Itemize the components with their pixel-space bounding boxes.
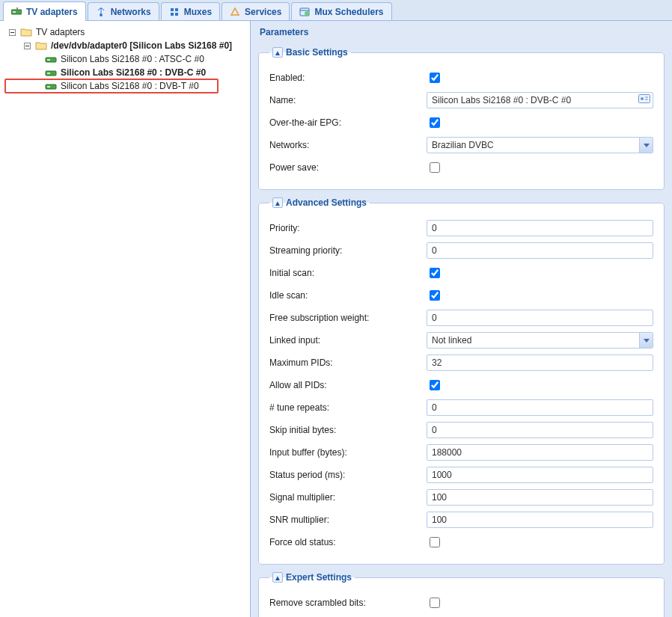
label-networks: Networks: xyxy=(269,140,427,150)
tab-mux-schedulers[interactable]: Mux Schedulers xyxy=(291,2,391,20)
folder-open-icon xyxy=(20,27,32,37)
combo-linked-input[interactable] xyxy=(427,332,653,349)
label-skip-initial-bytes: Skip initial bytes: xyxy=(269,425,427,435)
collapse-up-icon[interactable]: ▲ xyxy=(272,572,283,583)
collapse-icon[interactable] xyxy=(22,41,31,50)
input-status-period[interactable] xyxy=(427,467,653,483)
input-max-pids[interactable] xyxy=(427,354,653,371)
label-ota: Over-the-air EPG: xyxy=(269,117,427,128)
checkbox-force-old-status[interactable] xyxy=(430,537,440,547)
checkbox-ota[interactable] xyxy=(430,117,440,128)
checkbox-enabled[interactable] xyxy=(430,73,440,83)
tree-item-label: Silicon Labs Si2168 #0 : ATSC-C #0 xyxy=(61,54,204,64)
scheduler-icon xyxy=(299,7,310,17)
section-legend-basic[interactable]: ▲ Basic Settings xyxy=(269,47,351,58)
label-status-period: Status period (ms): xyxy=(269,470,427,480)
tree-item-label: Silicon Labs Si2168 #0 : DVB-C #0 xyxy=(61,67,206,78)
tree-item-dvbt[interactable]: Silicon Labs Si2168 #0 : DVB-T #0 xyxy=(0,79,250,93)
label-enabled: Enabled: xyxy=(269,73,427,83)
panel-title: Parameters xyxy=(251,21,672,41)
tuner-card-icon xyxy=(45,68,57,77)
section-expert: ▲ Expert Settings Remove scrambled bits: xyxy=(258,572,665,617)
checkbox-allow-all-pids[interactable] xyxy=(430,380,440,390)
label-remove-scrambled: Remove scrambled bits: xyxy=(269,598,427,608)
svg-point-21 xyxy=(641,97,644,100)
label-linked-input: Linked input: xyxy=(269,335,427,346)
folder-open-icon xyxy=(35,40,47,51)
tree-adapter[interactable]: /dev/dvb/adapter0 [Silicon Labs Si2168 #… xyxy=(0,39,250,52)
tuner-card-icon xyxy=(45,82,57,90)
tab-label: Muxes xyxy=(184,7,212,17)
checkbox-initial-scan[interactable] xyxy=(430,268,440,278)
label-tune-repeats: # tune repeats: xyxy=(269,402,427,413)
tab-muxes[interactable]: Muxes xyxy=(161,2,220,20)
mux-icon xyxy=(169,7,180,17)
svg-rect-20 xyxy=(639,95,650,103)
section-basic: ▲ Basic Settings Enabled: Name: xyxy=(258,47,665,190)
tab-services[interactable]: Services xyxy=(222,2,290,20)
services-icon xyxy=(230,7,240,17)
input-snr-multiplier[interactable] xyxy=(427,512,653,528)
tab-label: Networks xyxy=(111,7,151,17)
dropdown-trigger-icon[interactable] xyxy=(639,138,653,153)
input-free-weight[interactable] xyxy=(427,310,653,326)
label-allow-all-pids: Allow all PIDs: xyxy=(269,380,427,390)
input-skip-initial-bytes[interactable] xyxy=(427,422,653,438)
label-input-buffer: Input buffer (bytes): xyxy=(269,447,427,458)
svg-rect-15 xyxy=(47,59,50,61)
tab-label: TV adapters xyxy=(26,7,78,17)
network-icon xyxy=(96,7,106,17)
id-badge-icon[interactable] xyxy=(638,94,650,106)
label-signal-multiplier: Signal multiplier: xyxy=(269,492,427,503)
tuner-card-icon xyxy=(11,7,22,17)
label-powersave: Power save: xyxy=(269,162,427,173)
label-snr-multiplier: SNR multiplier: xyxy=(269,515,427,525)
tab-tv-adapters[interactable]: TV adapters xyxy=(3,1,86,21)
input-name[interactable] xyxy=(427,92,653,108)
label-initial-scan: Initial scan: xyxy=(269,268,427,278)
dropdown-trigger-icon[interactable] xyxy=(639,333,653,348)
tree-item-dvbc[interactable]: Silicon Labs Si2168 #0 : DVB-C #0 xyxy=(0,66,250,79)
svg-rect-7 xyxy=(175,13,178,16)
parameters-panel: Parameters ▲ Basic Settings Enabled: Nam… xyxy=(250,21,672,617)
checkbox-powersave[interactable] xyxy=(430,162,440,173)
tuner-card-icon xyxy=(45,55,57,64)
tabstrip: TV adapters Networks Muxes Services Mux … xyxy=(0,0,672,21)
input-stream-priority[interactable] xyxy=(427,242,653,259)
tree-root[interactable]: TV adapters xyxy=(0,25,250,39)
input-signal-multiplier[interactable] xyxy=(427,489,653,506)
section-legend-advanced[interactable]: ▲ Advanced Settings xyxy=(269,197,370,208)
section-legend-expert[interactable]: ▲ Expert Settings xyxy=(269,572,355,583)
label-priority: Priority: xyxy=(269,223,427,233)
svg-point-9 xyxy=(305,11,309,16)
svg-rect-19 xyxy=(47,86,50,88)
tree-item-atsc[interactable]: Silicon Labs Si2168 #0 : ATSC-C #0 xyxy=(0,52,250,66)
combo-networks[interactable] xyxy=(427,137,653,153)
tab-label: Mux Schedulers xyxy=(314,7,383,17)
tree-adapter-label: /dev/dvb/adapter0 [Silicon Labs Si2168 #… xyxy=(51,40,232,51)
label-stream-priority: Streaming priority: xyxy=(269,245,427,256)
adapter-tree: TV adapters /dev/dvb/adapter0 [Silicon L… xyxy=(0,21,250,617)
checkbox-idle-scan[interactable] xyxy=(430,290,440,301)
section-advanced: ▲ Advanced Settings Priority: Streaming … xyxy=(258,197,665,565)
label-name: Name: xyxy=(269,95,427,105)
collapse-up-icon[interactable]: ▲ xyxy=(272,47,283,58)
svg-rect-1 xyxy=(13,11,16,13)
svg-rect-2 xyxy=(16,7,18,10)
label-idle-scan: Idle scan: xyxy=(269,290,427,301)
label-max-pids: Maximum PIDs: xyxy=(269,357,427,368)
checkbox-remove-scrambled[interactable] xyxy=(430,598,440,608)
collapse-up-icon[interactable]: ▲ xyxy=(272,197,283,208)
svg-rect-17 xyxy=(47,73,50,74)
tree-root-label: TV adapters xyxy=(36,27,85,37)
label-free-weight: Free subscription weight: xyxy=(269,313,427,323)
input-input-buffer[interactable] xyxy=(427,444,653,461)
tree-item-label: Silicon Labs Si2168 #0 : DVB-T #0 xyxy=(61,81,199,91)
svg-point-3 xyxy=(100,13,103,16)
svg-rect-6 xyxy=(171,13,174,16)
tab-networks[interactable]: Networks xyxy=(88,2,159,20)
input-priority[interactable] xyxy=(427,220,653,236)
label-force-old-status: Force old status: xyxy=(269,537,427,547)
collapse-icon[interactable] xyxy=(7,28,16,37)
input-tune-repeats[interactable] xyxy=(427,399,653,416)
